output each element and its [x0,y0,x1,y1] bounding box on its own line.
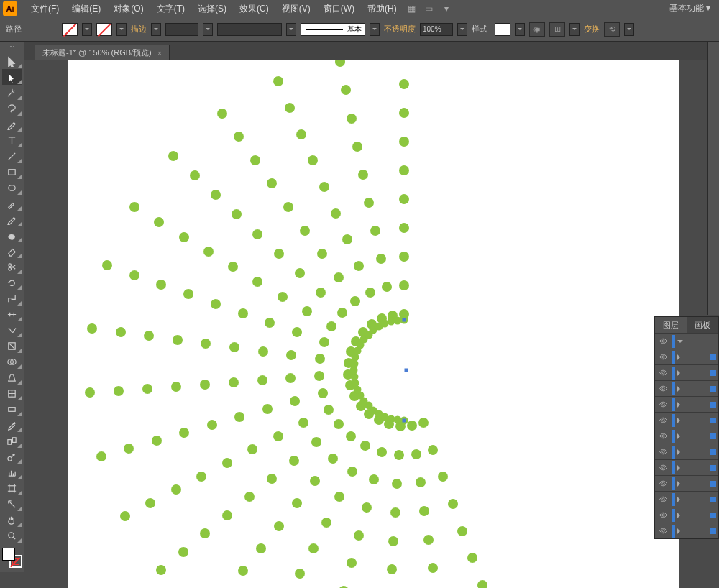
menu-6[interactable]: 视图(V) [275,0,317,17]
bridge-icon[interactable]: ▦ [403,1,421,16]
tool-warp[interactable] [2,322,22,338]
visibility-icon[interactable] [655,381,671,397]
menu-0[interactable]: 文件(F) [24,0,65,17]
stroke-dd[interactable] [116,23,127,36]
tool-perspective[interactable] [2,369,22,385]
visibility-icon[interactable] [655,349,671,365]
tool-artboard[interactable] [2,480,22,496]
tool-pencil[interactable] [2,211,22,227]
visibility-icon[interactable] [655,365,671,381]
menu-3[interactable]: 文字(T) [150,0,191,17]
artboard[interactable] [68,60,679,588]
style-dd[interactable] [515,23,525,36]
visibility-icon[interactable] [655,397,671,413]
layer-row[interactable] [655,333,718,349]
document-tab[interactable]: 未标题-1* @ 150% (RGB/预览) × [35,45,170,60]
tool-rect[interactable] [2,164,22,180]
tool-blend[interactable] [2,433,22,449]
isolate-dd[interactable] [624,23,634,36]
style-swatch[interactable] [495,23,510,36]
menu-4[interactable]: 选择(S) [191,0,233,17]
menu-1[interactable]: 编辑(E) [65,0,107,17]
tool-gradient[interactable] [2,401,22,417]
tool-graph[interactable] [2,464,22,480]
tool-width[interactable] [2,306,22,322]
transform-label[interactable]: 变换 [584,24,600,35]
tool-hand[interactable] [2,512,22,528]
visibility-icon[interactable] [655,334,671,349]
tool-ellipse[interactable] [2,180,22,196]
tool-line[interactable] [2,148,22,164]
layer-row[interactable] [655,349,718,364]
tab-layers[interactable]: 图层 [655,317,687,333]
tool-scale[interactable] [2,290,22,306]
layer-row[interactable] [655,412,718,428]
tool-lasso[interactable] [2,101,22,116]
arrange-icon[interactable]: ▭ [421,1,438,16]
fill-dd[interactable] [82,23,92,36]
tool-wand[interactable] [2,85,22,101]
menu-8[interactable]: 帮助(H) [361,0,403,17]
menu-5[interactable]: 效果(C) [233,0,275,17]
tool-blob[interactable] [2,227,22,243]
layer-row[interactable] [655,523,718,538]
visibility-icon[interactable] [655,413,671,428]
visibility-icon[interactable] [655,492,671,507]
brush-dd[interactable] [370,23,380,36]
tool-direct-select[interactable] [2,69,22,85]
layer-row[interactable] [655,459,718,475]
tool-slice[interactable] [2,496,22,512]
layer-row[interactable] [655,364,718,380]
tool-selection[interactable] [2,53,22,69]
tool-shape-builder[interactable] [2,354,22,369]
var-width-dd[interactable] [286,23,296,36]
var-width-field[interactable] [217,23,282,36]
close-icon[interactable]: × [157,49,162,58]
tool-eraser[interactable] [2,243,22,259]
visibility-icon[interactable] [655,428,671,444]
stroke-swatch[interactable] [96,23,112,36]
workspace-switcher[interactable]: 基本功能 ▾ [664,2,716,14]
tool-eyedropper[interactable] [2,417,22,433]
visibility-icon[interactable] [655,523,671,539]
layer-row[interactable] [655,507,718,523]
panel-dock[interactable] [707,42,719,315]
layer-row[interactable] [655,475,718,491]
stroke-weight-field[interactable] [165,23,198,36]
menu-7[interactable]: 窗口(W) [317,0,361,17]
stroke-dd2[interactable] [151,23,161,36]
opacity-field[interactable]: 100% [420,23,453,36]
visibility-icon[interactable] [655,460,671,476]
brush-def[interactable]: 基本 [301,23,365,36]
arrange-dd[interactable]: ▾ [438,1,455,16]
layer-row[interactable] [655,380,718,396]
layer-row[interactable] [655,396,718,412]
align-dd[interactable] [569,23,580,36]
opacity-dd[interactable] [457,23,467,36]
recolor-icon[interactable]: ◉ [529,22,545,37]
layers-panel[interactable]: 图层 画板 [654,316,719,539]
stroke-weight-dd[interactable] [203,23,213,36]
layer-row[interactable] [655,428,718,444]
tool-zoom[interactable] [2,528,22,543]
layer-row[interactable] [655,444,718,459]
tool-mesh[interactable] [2,385,22,401]
visibility-icon[interactable] [655,444,671,460]
fill-swatch[interactable] [62,23,78,36]
tool-rotate[interactable] [2,275,22,290]
canvas-area[interactable] [24,60,719,588]
menu-2[interactable]: 对象(O) [107,0,150,17]
visibility-icon[interactable] [655,476,671,492]
tool-scissors[interactable] [2,259,22,275]
tab-artboards[interactable]: 画板 [687,317,718,333]
tool-brush[interactable] [2,196,22,211]
tool-symbol-spray[interactable] [2,449,22,464]
tool-free-transform[interactable] [2,338,22,354]
tool-type[interactable] [2,132,22,148]
visibility-icon[interactable] [655,507,671,523]
tool-pen[interactable] [2,116,22,132]
layer-row[interactable] [655,491,718,507]
fill-stroke-indicator[interactable] [2,548,22,568]
isolate-icon[interactable]: ⟲ [604,22,620,37]
align-icon[interactable]: ⊞ [549,22,565,37]
